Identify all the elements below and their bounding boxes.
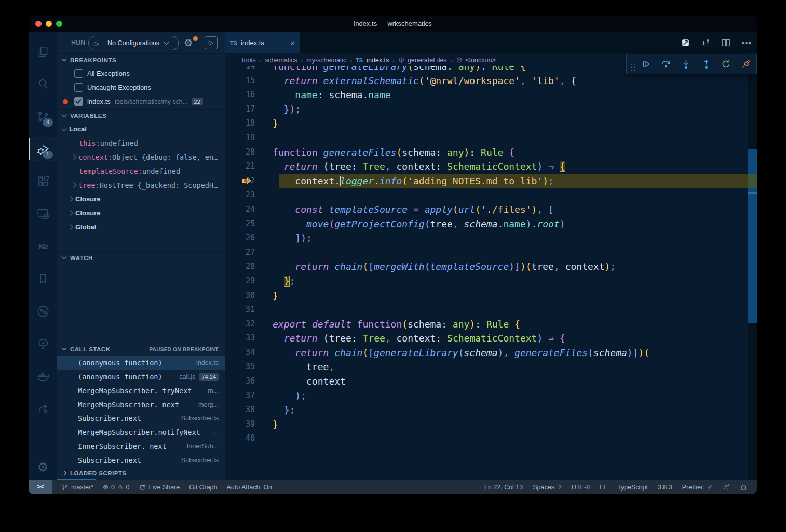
line-number[interactable]: 15 (225, 74, 255, 88)
line-number[interactable]: 19 (225, 131, 255, 145)
code-line[interactable]: 28 return chain([mergeWith(templateSourc… (225, 260, 748, 274)
breakpoint-checkbox[interactable] (74, 83, 83, 92)
test-explorer-icon[interactable] (29, 331, 57, 356)
line-number[interactable]: 29 (225, 274, 255, 289)
line-number[interactable]: 40 (225, 431, 255, 446)
bookmarks-icon[interactable] (29, 266, 57, 291)
git-graph-icon[interactable] (29, 299, 57, 324)
breakpoint-row[interactable]: index.tstools/schematics/my-sch...22 (57, 94, 225, 108)
call-stack-frame[interactable]: MergeMapSubscriber._tryNextm... (57, 384, 225, 398)
breadcrumb-my-schematic[interactable]: my-schematic (306, 57, 346, 64)
restart-button[interactable] (721, 59, 731, 70)
call-stack-frame[interactable]: InnerSubscriber._nextInnerSub... (57, 440, 225, 454)
step-over-button[interactable] (660, 59, 671, 70)
launch-configuration-dropdown[interactable]: ▷ No Configurations (88, 36, 179, 50)
line-number[interactable]: 24 (225, 202, 255, 217)
breakpoint-row[interactable]: All Exceptions (57, 66, 225, 80)
line-number[interactable]: 20 (225, 145, 255, 160)
code-line[interactable]: 18} (225, 116, 748, 131)
call-stack-frame[interactable]: Subscriber.nextSubscriber.ts (57, 453, 225, 467)
variables-scope-row[interactable]: Closure (57, 206, 225, 220)
breakpoint-row[interactable]: Uncaught Exceptions (57, 80, 225, 94)
step-into-button[interactable] (681, 59, 692, 70)
code-line[interactable]: 16 name: schema.name (225, 88, 748, 102)
live-share-icon[interactable] (29, 396, 57, 421)
open-changes-icon[interactable] (681, 38, 690, 48)
code-editor[interactable]: 14function generateLibrary(schema: any):… (225, 66, 748, 480)
call-stack-frame[interactable]: (anonymous function)index.ts (57, 356, 225, 370)
code-line[interactable]: 26 ]); (225, 231, 748, 245)
code-line[interactable]: 39} (225, 417, 748, 432)
code-line[interactable]: 22 context.logger.info('adding NOTES.md … (225, 174, 748, 188)
code-line[interactable]: 17 }); (225, 102, 748, 117)
code-line[interactable]: 19 (225, 131, 748, 145)
breakpoints-section-header[interactable]: BREAKPOINTS (57, 53, 225, 67)
ts-version-item[interactable]: 3.8.3 (658, 484, 672, 491)
live-share-item[interactable]: Live Share (139, 484, 180, 491)
breadcrumb-function[interactable]: <function> (465, 57, 495, 64)
remote-explorer-icon[interactable] (29, 201, 57, 226)
start-debug-icon[interactable]: ▷ (94, 39, 99, 47)
compare-changes-icon[interactable] (701, 38, 711, 48)
indentation-item[interactable]: Spaces: 2 (533, 484, 562, 491)
extensions-icon[interactable] (29, 169, 57, 194)
code-line[interactable]: 34 return chain([generateLibrary(schema)… (225, 346, 748, 360)
line-number[interactable]: 22 (225, 174, 255, 188)
variables-scope-row[interactable]: Global (57, 220, 225, 234)
line-number[interactable]: 37 (225, 389, 255, 403)
call-stack-frame[interactable]: MergeMapSubscriber.notifyNext... (57, 426, 225, 440)
variable-row[interactable]: context: Object {debug: false, en… (57, 150, 225, 164)
code-line[interactable]: 35 tree, (225, 360, 748, 374)
line-number[interactable]: 21 (225, 159, 255, 174)
notifications-item[interactable] (740, 484, 747, 491)
line-number[interactable]: 23 (225, 188, 255, 202)
cursor-position-item[interactable]: Ln 22, Col 13 (484, 484, 523, 491)
call-stack-section-header[interactable]: CALL STACK PAUSED ON BREAKPOINT (57, 343, 225, 356)
more-actions-icon[interactable]: ••• (741, 38, 752, 48)
disconnect-button[interactable] (741, 59, 752, 70)
remote-indicator[interactable]: >< (29, 480, 52, 494)
breakpoint-checkbox[interactable] (74, 97, 83, 106)
line-number[interactable]: 33 (225, 331, 255, 346)
line-number[interactable]: 16 (225, 88, 255, 102)
git-branch-item[interactable]: master* (61, 484, 93, 491)
debug-console-icon[interactable]: ▷ (205, 36, 218, 49)
problems-item[interactable]: ⊗ 0 ⚠ 0 (103, 483, 129, 491)
variables-section-header[interactable]: VARIABLES (57, 109, 225, 122)
overview-ruler[interactable] (748, 66, 757, 480)
line-number[interactable]: 34 (225, 346, 255, 360)
encoding-item[interactable]: UTF-8 (572, 484, 590, 491)
breakpoint-checkbox[interactable] (74, 69, 83, 78)
configure-gear-icon[interactable]: ⚙ (184, 37, 193, 49)
breadcrumb-generateFiles[interactable]: generateFiles (408, 57, 447, 64)
title-bar[interactable]: index.ts — wrkschematics (29, 16, 757, 32)
line-number[interactable]: 17 (225, 102, 255, 117)
variables-scope-row[interactable]: Local (57, 122, 225, 136)
line-number[interactable]: 31 (225, 303, 255, 317)
line-number[interactable]: 14 (225, 66, 255, 74)
code-line[interactable]: 15 return externalSchematic('@nrwl/works… (225, 74, 748, 88)
line-number[interactable]: 18 (225, 116, 255, 131)
close-tab-icon[interactable]: × (290, 38, 295, 47)
line-number[interactable]: 28 (225, 260, 255, 274)
git-graph-item[interactable]: Git Graph (189, 484, 217, 491)
docker-icon[interactable] (29, 364, 57, 389)
variables-scope-row[interactable]: Closure (57, 192, 225, 206)
call-stack-frame[interactable]: Subscriber.nextSubscriber.ts (57, 412, 225, 426)
feedback-item[interactable] (723, 484, 730, 491)
call-stack-frame[interactable]: (anonymous function)call.js74:24 (57, 370, 225, 384)
code-line[interactable]: 23 (225, 188, 748, 202)
variable-row[interactable]: this: undefined (57, 136, 225, 150)
variable-row[interactable]: tree: HostTree {_backend: ScopedH… (57, 178, 225, 192)
code-line[interactable]: 37 ); (225, 389, 748, 403)
code-line[interactable]: 33 return (tree: Tree, context: Schemati… (225, 331, 748, 346)
code-line[interactable]: 27 (225, 245, 748, 260)
prettier-item[interactable]: Prettier: ✓ (682, 483, 713, 491)
line-number[interactable]: 32 (225, 317, 255, 332)
split-editor-icon[interactable] (721, 38, 731, 48)
line-number[interactable]: 36 (225, 374, 255, 389)
watch-section-header[interactable]: WATCH (57, 251, 225, 265)
variable-row[interactable]: templateSource: undefined (57, 164, 225, 178)
code-line[interactable]: 29 }; (225, 274, 748, 289)
continue-button[interactable] (641, 59, 652, 70)
